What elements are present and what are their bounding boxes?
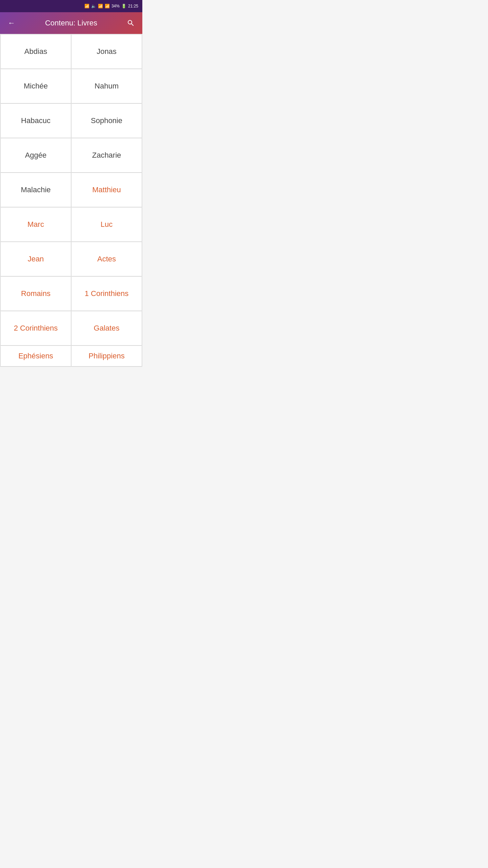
book-label-nahum: Nahum	[95, 82, 119, 91]
app-bar: ← Contenu: Livres	[0, 12, 142, 34]
wifi-icon: 📶	[98, 4, 103, 8]
book-card-matthieu[interactable]: Matthieu	[72, 173, 142, 207]
book-label-jean: Jean	[28, 255, 44, 263]
back-button[interactable]: ←	[5, 17, 18, 29]
book-card-nahum[interactable]: Nahum	[72, 69, 142, 103]
book-card-habacuc[interactable]: Habacuc	[1, 104, 71, 138]
page-title: Contenu: Livres	[23, 19, 119, 27]
book-card-ephesiens[interactable]: Ephésiens	[1, 346, 71, 366]
book-label-sophonie: Sophonie	[91, 116, 122, 125]
book-card-abdias[interactable]: Abdias	[1, 35, 71, 68]
books-grid: AbdiasJonasMichéeNahumHabacucSophonieAgg…	[0, 34, 142, 367]
book-label-romains: Romains	[21, 289, 50, 298]
bluetooth-icon: 📶	[84, 4, 89, 8]
book-card-philippiens[interactable]: Philippiens	[72, 346, 142, 366]
book-card-sophonie[interactable]: Sophonie	[72, 104, 142, 138]
book-label-ephesiens: Ephésiens	[18, 352, 53, 360]
book-label-marc: Marc	[27, 220, 44, 229]
book-card-actes[interactable]: Actes	[72, 242, 142, 276]
book-label-michee: Michée	[24, 82, 48, 91]
book-label-actes: Actes	[97, 255, 116, 263]
book-label-galates: Galates	[94, 324, 120, 333]
book-card-aggee[interactable]: Aggée	[1, 138, 71, 172]
book-card-marc[interactable]: Marc	[1, 208, 71, 241]
book-label-zacharie: Zacharie	[92, 151, 121, 160]
book-card-michee[interactable]: Michée	[1, 69, 71, 103]
book-card-jean[interactable]: Jean	[1, 242, 71, 276]
book-label-aggee: Aggée	[25, 151, 47, 160]
status-icons: 📶 🔈 📶 📶 34% 🔋 21:25	[84, 4, 138, 8]
search-button[interactable]	[125, 17, 137, 29]
book-card-jonas[interactable]: Jonas	[72, 35, 142, 68]
book-label-2-corinthiens: 2 Corinthiens	[14, 324, 58, 333]
book-label-jonas: Jonas	[97, 47, 117, 56]
book-card-malachie[interactable]: Malachie	[1, 173, 71, 207]
book-label-luc: Luc	[101, 220, 113, 229]
book-card-zacharie[interactable]: Zacharie	[72, 138, 142, 172]
battery-percent: 34%	[111, 4, 120, 8]
signal-icon: 📶	[105, 4, 110, 8]
book-label-habacuc: Habacuc	[21, 116, 50, 125]
book-label-abdias: Abdias	[24, 47, 47, 56]
status-bar: 📶 🔈 📶 📶 34% 🔋 21:25	[0, 0, 142, 12]
battery-icon: 🔋	[121, 4, 126, 8]
book-card-romains[interactable]: Romains	[1, 277, 71, 311]
book-label-1-corinthiens: 1 Corinthiens	[85, 289, 129, 298]
book-label-malachie: Malachie	[21, 185, 50, 194]
book-card-1-corinthiens[interactable]: 1 Corinthiens	[72, 277, 142, 311]
mute-icon: 🔈	[91, 4, 96, 8]
book-card-galates[interactable]: Galates	[72, 311, 142, 345]
clock: 21:25	[128, 4, 138, 8]
book-label-philippiens: Philippiens	[88, 352, 124, 360]
book-card-luc[interactable]: Luc	[72, 208, 142, 241]
book-card-2-corinthiens[interactable]: 2 Corinthiens	[1, 311, 71, 345]
book-label-matthieu: Matthieu	[92, 185, 121, 194]
